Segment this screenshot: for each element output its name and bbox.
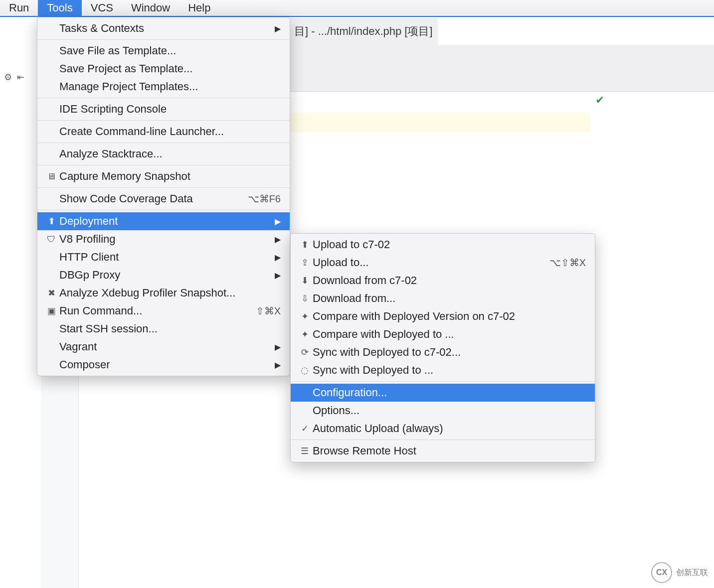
deployment_menu-item-options[interactable]: Options... [291,402,595,420]
menu-item-label: Browse Remote Host [312,444,586,457]
v8-icon: 🛡 [44,234,58,245]
deployment_menu-item-upload-to-c7-02[interactable]: ⬆Upload to c7-02 [291,236,595,254]
deployment_menu-item-upload-to[interactable]: ⇪Upload to...⌥⇧⌘X [291,254,595,272]
menu-item-label: Sync with Deployed to ... [312,364,586,377]
submenu-arrow-icon: ▶ [265,24,281,33]
deployment_menu-item-download-from[interactable]: ⇩Download from... [291,290,595,307]
sync-icon: ⟳ [298,347,312,358]
menu-separator [37,98,290,98]
tools_menu-item-show-code-coverage-data[interactable]: Show Code Coverage Data⌥⌘F6 [37,190,290,208]
download-icon: ⬇ [298,275,312,286]
menu-run[interactable]: Run [0,0,38,16]
menu-item-label: Vagrant [58,340,265,353]
deployment-submenu: ⬆Upload to c7-02⇪Upload to...⌥⇧⌘X⬇Downlo… [290,233,595,462]
watermark-logo: CX [651,562,672,583]
tools_menu-item-capture-memory-snapshot[interactable]: 🖥Capture Memory Snapshot [37,167,290,185]
deployment_menu-item-sync-with-deployed-to[interactable]: ◌Sync with Deployed to ... [291,361,595,379]
tools_menu-item-analyze-xdebug-profiler-snapshot[interactable]: ✖Analyze Xdebug Profiler Snapshot... [37,284,290,302]
menu-item-label: Download from c7-02 [312,274,586,287]
menu-item-label: Options... [312,404,586,417]
checkmark-icon: ✔ [595,94,604,107]
menu-tools[interactable]: Tools [38,0,81,16]
deployment_menu-item-automatic-upload-always[interactable]: ✓Automatic Upload (always) [291,420,595,438]
menu-item-label: Upload to c7-02 [312,238,586,251]
window-title: 目] - .../html/index.php [项目] [289,18,438,45]
menu-item-label: Sync with Deployed to c7-02... [312,346,586,359]
submenu-arrow-icon: ▶ [265,217,281,226]
deployment_menu-item-browse-remote-host[interactable]: ☰Browse Remote Host [291,442,595,460]
xdebug-icon: ✖ [44,288,58,298]
menu-item-label: Analyze Xdebug Profiler Snapshot... [58,287,281,299]
menu-item-label: Manage Project Templates... [58,80,281,93]
tools_menu-item-manage-project-templates[interactable]: Manage Project Templates... [37,78,290,96]
tools_menu-item-deployment[interactable]: ⬆Deployment▶ [37,212,290,230]
menu-item-label: Save File as Template... [58,44,281,57]
chip-icon: 🖥 [44,171,58,182]
gear-icon[interactable]: ⚙ [4,72,12,83]
compare-icon: ✦ [298,329,312,340]
menu-item-label: Start SSH session... [58,322,281,335]
menu-item-label: Show Code Coverage Data [58,192,233,205]
tools_menu-item-start-ssh-session[interactable]: Start SSH session... [37,320,290,338]
deployment_menu-item-sync-with-deployed-to-c7-02[interactable]: ⟳Sync with Deployed to c7-02... [291,343,595,361]
shortcut-label: ⌥⌘F6 [233,193,281,205]
menu-separator [291,440,595,440]
tools_menu-item-tasks-contexts[interactable]: Tasks & Contexts▶ [37,19,290,37]
tools_menu-item-ide-scripting-console[interactable]: IDE Scripting Console [37,100,290,118]
menu-separator [37,187,290,188]
menu-separator [37,165,290,165]
menu-item-label: Compare with Deployed Version on c7-02 [312,310,586,323]
tools_menu-item-composer[interactable]: Composer▶ [37,356,290,374]
menubar: Run Tools VCS Window Help [0,0,714,17]
menu-item-label: Compare with Deployed to ... [312,328,586,341]
menu-item-label: IDE Scripting Console [58,103,281,116]
menu-help[interactable]: Help [179,0,219,16]
deployment_menu-item-download-from-c7-02[interactable]: ⬇Download from c7-02 [291,272,595,290]
tools_menu-item-save-project-as-template[interactable]: Save Project as Template... [37,60,290,78]
submenu-arrow-icon: ▶ [265,271,281,280]
menu-item-label: Save Project as Template... [58,62,281,75]
submenu-arrow-icon: ▶ [265,253,281,262]
server-icon: ☰ [298,445,312,456]
submenu-arrow-icon: ▶ [265,235,281,244]
submenu-arrow-icon: ▶ [265,342,281,352]
upload-icon: ⬆ [298,239,312,250]
collapse-icon[interactable]: ⇤ [17,72,24,83]
menu-item-label: Upload to... [312,256,535,269]
tools_menu-item-http-client[interactable]: HTTP Client▶ [37,248,290,266]
tools_menu-item-vagrant[interactable]: Vagrant▶ [37,338,290,356]
deployment_menu-item-compare-with-deployed-to[interactable]: ✦Compare with Deployed to ... [291,325,595,343]
watermark: CX 创新互联 [651,562,708,583]
deployment_menu-item-configuration[interactable]: Configuration... [291,384,595,402]
sync-alt-icon: ◌ [298,365,312,376]
menu-vcs[interactable]: VCS [82,0,122,16]
check-icon: ✓ [298,423,312,434]
menu-item-label: Composer [58,358,265,371]
upload-to-icon: ⇪ [298,257,312,268]
tools_menu-item-analyze-stacktrace[interactable]: Analyze Stacktrace... [37,145,290,163]
deployment_menu-item-compare-with-deployed-version-on-c7-02[interactable]: ✦Compare with Deployed Version on c7-02 [291,307,595,325]
tools_menu-item-v8-profiling[interactable]: 🛡V8 Profiling▶ [37,230,290,248]
shortcut-label: ⌥⇧⌘X [535,257,586,269]
menu-window[interactable]: Window [122,0,179,16]
menu-item-label: Capture Memory Snapshot [58,170,281,183]
menu-item-label: Automatic Upload (always) [312,422,586,435]
menu-item-label: DBGp Proxy [58,269,265,282]
shortcut-label: ⇧⌘X [241,305,281,317]
tools_menu-item-run-command[interactable]: ▣Run Command...⇧⌘X [37,302,290,320]
menu-item-label: Deployment [58,215,265,228]
submenu-arrow-icon: ▶ [265,360,281,370]
compare-icon: ✦ [298,311,312,322]
menu-item-label: Download from... [312,292,586,305]
menu-item-label: Run Command... [58,304,241,317]
menu-separator [37,143,290,143]
download-from-icon: ⇩ [298,293,312,304]
terminal-icon: ▣ [44,305,58,316]
tools_menu-item-save-file-as-template[interactable]: Save File as Template... [37,42,290,60]
menu-item-label: Tasks & Contexts [58,22,265,35]
menu-separator [291,381,595,382]
menu-item-label: Configuration... [312,386,586,399]
tools_menu-item-create-command-line-launcher[interactable]: Create Command-line Launcher... [37,123,290,141]
menu-separator [37,39,290,40]
tools_menu-item-dbgp-proxy[interactable]: DBGp Proxy▶ [37,266,290,284]
